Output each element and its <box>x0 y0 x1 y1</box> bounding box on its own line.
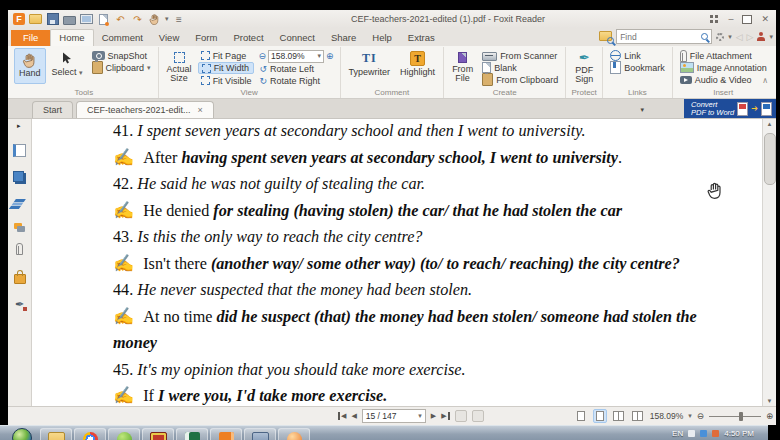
search-folder-icon[interactable] <box>599 31 612 43</box>
hand-tool-button[interactable]: Hand <box>14 48 46 84</box>
page-number-input[interactable]: 15 / 147 ▾ <box>362 409 426 423</box>
redo-icon[interactable]: ↷ <box>131 13 144 26</box>
sidebar-expand-icon[interactable]: ▸ <box>17 122 21 130</box>
previous-page-icon[interactable]: ◀ <box>351 412 356 420</box>
vertical-scrollbar[interactable]: ▲ ▼ <box>762 119 776 406</box>
zoom-in-icon[interactable]: ⊕ <box>766 411 773 421</box>
tray-icon[interactable] <box>700 430 707 437</box>
next-view-icon[interactable] <box>472 410 484 422</box>
taskbar-item-media-player[interactable] <box>142 428 174 440</box>
tab-current-document[interactable]: CEF-teachers-2021-edit... × <box>76 101 214 118</box>
start-button[interactable] <box>12 428 32 440</box>
link-button[interactable]: Link <box>607 50 668 61</box>
language-indicator[interactable]: EN <box>672 429 683 438</box>
tab-home[interactable]: Home <box>50 29 93 46</box>
customize-toolbar-icon[interactable]: ≡ <box>173 13 186 26</box>
save-icon[interactable] <box>46 13 59 26</box>
image-annotation-button[interactable]: Image Annotation <box>677 62 770 73</box>
collapse-ribbon-icon[interactable]: ∧ <box>762 76 768 85</box>
tab-view[interactable]: View <box>151 30 187 46</box>
signature-panel-icon[interactable]: ✒ <box>15 298 24 311</box>
pages-panel-icon[interactable] <box>13 171 24 182</box>
clock[interactable]: 4:50 PM <box>724 429 754 438</box>
quick-access-caret-icon[interactable]: ▾ <box>165 16 169 22</box>
single-page-view-icon[interactable] <box>574 409 588 423</box>
print-icon[interactable] <box>63 13 76 26</box>
fit-width-button[interactable]: Fit Width <box>198 62 255 74</box>
close-button[interactable]: ✕ <box>761 14 769 24</box>
layers-panel-icon[interactable] <box>14 198 26 209</box>
taskbar-item-media-folder[interactable] <box>40 428 72 440</box>
tray-icon[interactable] <box>712 430 719 437</box>
from-file-button[interactable]: FromFile <box>448 48 477 84</box>
zoom-slider-thumb[interactable] <box>739 412 743 421</box>
rotate-right-button[interactable]: ↻ Rotate Right <box>256 75 335 86</box>
audio-video-button[interactable]: Audio & Video <box>677 74 770 85</box>
taskbar-item-foxit[interactable] <box>210 428 242 440</box>
bookmark-button[interactable]: Bookmark <box>607 62 668 73</box>
zoom-level-combobox[interactable]: 158.09% ▾ <box>268 50 324 63</box>
comments-panel-icon[interactable] <box>14 223 22 229</box>
restore-button[interactable] <box>742 15 752 24</box>
highlight-button[interactable]: T Highlight <box>396 48 439 84</box>
find-options-caret-icon[interactable]: ▾ <box>728 34 732 40</box>
attachments-panel-icon[interactable] <box>16 243 23 255</box>
find-input[interactable] <box>616 29 712 44</box>
taskbar-item-orange-app[interactable] <box>278 428 310 440</box>
find-previous-icon[interactable]: ◁ <box>736 32 743 42</box>
typewriter-button[interactable]: TI Typewriter <box>345 48 395 84</box>
security-panel-icon[interactable] <box>14 274 26 284</box>
previous-view-icon[interactable] <box>455 410 467 422</box>
tab-share[interactable]: Share <box>323 30 364 46</box>
continuous-view-icon[interactable] <box>593 409 607 423</box>
scroll-up-icon[interactable]: ▲ <box>767 119 773 129</box>
undo-icon[interactable]: ↶ <box>114 13 127 26</box>
tab-file[interactable]: File <box>11 30 50 46</box>
open-file-icon[interactable] <box>29 13 42 26</box>
scroll-down-icon[interactable]: ▼ <box>767 396 773 406</box>
foxit-logo-icon[interactable]: F <box>13 13 25 25</box>
search-icon[interactable] <box>701 33 708 40</box>
rotate-left-button[interactable]: ↺ Rotate Left <box>256 63 335 74</box>
next-page-icon[interactable]: ▶ <box>431 412 436 420</box>
taskbar-item-green-app[interactable] <box>108 428 140 440</box>
close-tab-icon[interactable]: × <box>198 105 203 115</box>
blank-button[interactable]: Blank <box>479 62 561 73</box>
account-caret-icon[interactable]: ▾ <box>769 34 773 40</box>
tab-connect[interactable]: Connect <box>272 30 323 46</box>
facing-view-icon[interactable] <box>612 409 626 423</box>
zoom-out-icon[interactable]: ⊖ <box>258 51 266 61</box>
taskbar-item-chrome[interactable] <box>74 428 106 440</box>
minimize-button[interactable]: – <box>728 14 733 24</box>
convert-pdf-to-word-banner[interactable]: ConvertPDF to Word ➔ <box>684 99 776 118</box>
snapshot-button[interactable]: SnapShot <box>89 50 154 61</box>
gear-icon[interactable] <box>716 33 724 41</box>
last-page-icon[interactable]: ▶ <box>441 412 449 420</box>
continuous-facing-view-icon[interactable] <box>631 409 645 423</box>
clipboard-button[interactable]: Clipboard ▾ <box>89 62 154 73</box>
select-tool-button[interactable]: Select ▾ <box>48 48 87 84</box>
bookmarks-panel-icon[interactable] <box>13 144 26 157</box>
first-page-icon[interactable]: ◀ <box>338 412 346 420</box>
scrollbar-thumb[interactable] <box>764 133 776 185</box>
tab-start-page[interactable]: Start <box>32 101 73 118</box>
taskbar-item-folder[interactable] <box>244 428 276 440</box>
fit-visible-button[interactable]: Fit Visible <box>198 75 255 86</box>
zoom-slider[interactable] <box>709 416 761 417</box>
zoom-in-icon[interactable]: ⊕ <box>326 51 334 61</box>
from-clipboard-button[interactable]: From Clipboard <box>479 74 561 85</box>
tray-icon[interactable] <box>688 430 695 437</box>
tab-list-caret-icon[interactable]: ▾ <box>640 106 644 114</box>
actual-size-button[interactable]: ActualSize <box>163 48 196 84</box>
zoom-menu-caret-icon[interactable]: ▾ <box>688 413 692 419</box>
tab-protect[interactable]: Protect <box>225 30 271 46</box>
tab-form[interactable]: Form <box>187 30 225 46</box>
account-icon[interactable] <box>757 37 765 41</box>
fit-page-button[interactable]: Fit Page <box>198 50 255 61</box>
taskbar-item-excel[interactable] <box>176 428 208 440</box>
file-attachment-button[interactable]: File Attachment <box>677 50 770 61</box>
find-next-icon[interactable]: ▷ <box>747 32 754 42</box>
pdf-sign-button[interactable]: ✒ PDFSign <box>570 48 598 84</box>
print-preview-icon[interactable] <box>80 13 93 26</box>
tab-help[interactable]: Help <box>364 30 400 46</box>
